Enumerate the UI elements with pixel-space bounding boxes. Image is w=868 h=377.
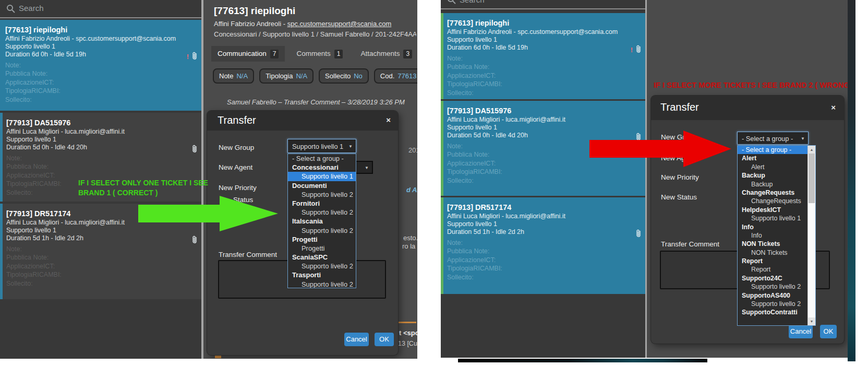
group-option[interactable]: HelpdeskICT	[738, 206, 808, 214]
group-option[interactable]: Supporto livello 1	[288, 172, 356, 181]
scrollbar-thumb[interactable]	[809, 154, 815, 203]
group-option[interactable]: Info	[738, 231, 808, 240]
cutoff-text: 13 [Cu	[398, 340, 417, 347]
red-arrow-head	[683, 131, 731, 167]
group-option[interactable]: Fornitori	[288, 199, 356, 208]
group-option[interactable]: - Select a group -	[288, 154, 356, 163]
page-title: [77613] riepiloghi	[214, 5, 295, 17]
group-option[interactable]: Report	[738, 257, 808, 265]
close-icon[interactable]: ×	[386, 115, 391, 124]
group-option[interactable]: Italscania	[288, 217, 356, 226]
group-option[interactable]: Backup	[738, 171, 808, 180]
group-option[interactable]: SupportoAS400	[738, 291, 808, 300]
tab-label: Communication	[218, 50, 267, 57]
group-option[interactable]: Alert	[738, 163, 808, 171]
new-priority-label: New Priority	[219, 184, 257, 192]
screenshot-left: Search [77613] riepiloghiAffini Fabrizio…	[0, 0, 417, 359]
scroll-up-icon[interactable]: ▲	[808, 146, 815, 154]
search-input[interactable]: Search	[19, 4, 44, 13]
ticket-meta-label: TipologiaRICAMBI:	[447, 264, 640, 273]
group-option[interactable]: Documenti	[288, 181, 356, 190]
dialog-header[interactable]: Transfer ×	[651, 96, 844, 120]
page: { "search": { "placeholder": "Search" },…	[0, 0, 868, 377]
group-option[interactable]: - Select a group -	[738, 146, 808, 154]
ticket-meta-label: ApplicazioneICT:	[447, 256, 640, 265]
ticket-meta-label: Pubblica Note:	[6, 162, 196, 171]
search-bar[interactable]: Search	[441, 0, 645, 9]
group-option[interactable]: Progetti	[288, 235, 356, 244]
group-option[interactable]: Report	[738, 265, 808, 274]
group-option[interactable]: ChangeRequests	[738, 197, 808, 205]
paperclip-icon	[192, 144, 197, 153]
transfer-dialog: Transfer × New Group Supporto livello 1 …	[207, 111, 398, 355]
scroll-down-icon[interactable]: ▼	[808, 317, 815, 325]
close-icon[interactable]: ×	[831, 103, 836, 112]
pill-value: N/A	[296, 72, 307, 80]
group-option[interactable]: Supporto livello 2	[288, 190, 356, 199]
group-option[interactable]: ChangeRequests	[738, 188, 808, 197]
search-input[interactable]: Search	[460, 0, 485, 4]
ticket-id: [77913] DA515976	[6, 118, 196, 128]
group-option[interactable]: NON Tickets	[738, 249, 808, 257]
ok-button[interactable]: OK	[375, 333, 394, 346]
annotation-line: BRAND 1 ( CORRECT )	[78, 188, 208, 198]
ticket-contact: Affini Fabrizio Andreoli - spc.customers…	[5, 35, 196, 43]
group-dropdown-list: ▲ ▼ - Select a group -AlertAlertBackupBa…	[737, 145, 816, 326]
cancel-button[interactable]: Cancel	[344, 333, 369, 346]
group-option[interactable]: Supporto24C	[738, 274, 808, 282]
ticket-meta-label: TipologiaRICAMBI:	[447, 168, 640, 176]
ticket-item-77613[interactable]: [77613] riepiloghiAffini Fabrizio Andreo…	[0, 20, 201, 111]
ticket-id: [77613] riepiloghi	[5, 25, 196, 35]
chevron-down-icon: ▼	[348, 144, 353, 148]
ticket-icons	[192, 235, 197, 246]
group-option[interactable]: ScaniaSPC	[288, 253, 356, 262]
cutoff-text: 2019 3	[408, 146, 417, 154]
group-option[interactable]: SupportoContratti	[738, 308, 808, 316]
dropdown-scrollbar[interactable]: ▲ ▼	[807, 146, 815, 325]
group-option[interactable]: Supporto livello 2	[288, 262, 356, 270]
ok-button[interactable]: OK	[820, 325, 837, 338]
pill-label: Cod.	[380, 72, 394, 80]
group-option[interactable]: Supporto livello 2	[288, 226, 356, 235]
search-bar[interactable]: Search	[0, 0, 201, 18]
group-option[interactable]: Supporto livello 2	[288, 208, 356, 217]
group-option[interactable]: Concessionari	[288, 163, 356, 172]
group-option[interactable]: Supporto livello 1	[738, 214, 808, 222]
ticket-meta-label: Pubblica Note:	[5, 69, 196, 78]
paperclip-icon	[636, 44, 641, 53]
dialog-header[interactable]: Transfer ×	[207, 111, 398, 131]
new-group-value: - Select a group -	[742, 134, 793, 142]
new-group-select[interactable]: - Select a group - ▼	[737, 132, 809, 145]
group-option[interactable]: NON Tickets	[738, 240, 808, 248]
group-option[interactable]: Trasporti	[288, 270, 356, 279]
group-option[interactable]: Supporto livello 2	[288, 280, 356, 288]
contact-email-link[interactable]: spc.customersupport@scania.com	[287, 20, 392, 28]
cutoff-link[interactable]: d All	[406, 186, 417, 194]
ticket-item-77613[interactable]: [77613] riepiloghiAffini Fabrizio Andreo…	[441, 13, 645, 99]
tab-count-badge: 3	[403, 50, 412, 58]
group-option[interactable]: Supporto livello 2	[738, 300, 808, 308]
ticket-contact: Affini Luca Migliori - luca.migliori@aff…	[447, 213, 640, 220]
tab-communication[interactable]: Communication7	[211, 46, 285, 62]
transfer-dialog: Transfer × New Group New Agent New Prior…	[651, 96, 844, 344]
group-option[interactable]: Alert	[738, 154, 808, 162]
cancel-button[interactable]: Cancel	[789, 325, 813, 338]
ticket-meta-label: Sollecito:	[447, 89, 640, 98]
tab-comments[interactable]: Comments1	[290, 46, 349, 62]
ticket-list-sidebar: Search [77613] riepiloghiAffini Fabrizio…	[441, 0, 645, 358]
dialog-title: Transfer	[218, 114, 256, 126]
ticket-id: [77913] DA515976	[447, 106, 640, 116]
chevron-down-icon: ▼	[365, 165, 369, 170]
ticket-group: Supporto livello 1	[6, 227, 196, 234]
ticket-duration: Duration 5d 0h - Idle 4d 20h	[447, 132, 640, 139]
new-group-value: Supporto livello 1	[292, 142, 343, 150]
tab-label: Attachments	[360, 50, 400, 57]
new-group-select[interactable]: Supporto livello 1 ▼	[287, 139, 356, 153]
tab-attachments[interactable]: Attachments3	[354, 46, 417, 62]
group-option[interactable]: Info	[738, 223, 808, 231]
group-option[interactable]: Backup	[738, 180, 808, 188]
pill-label: Sollecito	[325, 72, 351, 80]
ticket-item-77913-dr[interactable]: [77913] DR517174Affini Luca Migliori - l…	[441, 197, 645, 294]
group-option[interactable]: Progetti	[288, 244, 356, 253]
group-option[interactable]: Supporto livello 2	[738, 282, 808, 291]
